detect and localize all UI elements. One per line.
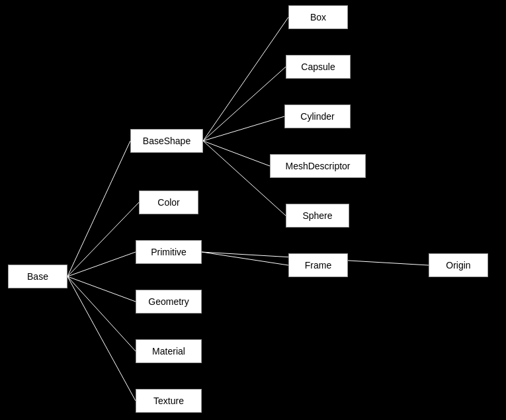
svg-line-5 xyxy=(67,276,136,401)
svg-line-3 xyxy=(67,276,136,302)
node-label-sphere: Sphere xyxy=(302,210,332,221)
svg-line-1 xyxy=(67,202,139,276)
svg-line-8 xyxy=(203,116,284,141)
node-texture[interactable]: Texture xyxy=(136,389,202,413)
node-label-baseShape: BaseShape xyxy=(143,136,190,146)
node-color[interactable]: Color xyxy=(139,190,198,214)
node-label-color: Color xyxy=(157,197,179,208)
svg-line-0 xyxy=(67,141,130,276)
node-label-geometry: Geometry xyxy=(148,296,189,307)
node-primitive[interactable]: Primitive xyxy=(136,240,202,264)
svg-line-7 xyxy=(203,67,286,141)
node-label-base: Base xyxy=(27,271,48,282)
node-cylinder[interactable]: Cylinder xyxy=(284,105,351,128)
svg-line-9 xyxy=(203,141,270,166)
node-material[interactable]: Material xyxy=(136,339,202,363)
node-label-capsule: Capsule xyxy=(301,62,335,72)
svg-line-2 xyxy=(67,252,136,276)
node-frame[interactable]: Frame xyxy=(288,253,348,277)
node-label-box: Box xyxy=(310,12,326,22)
node-label-cylinder: Cylinder xyxy=(300,111,334,122)
svg-line-10 xyxy=(203,141,286,216)
node-geometry[interactable]: Geometry xyxy=(136,290,202,314)
node-label-texture: Texture xyxy=(153,396,184,406)
node-origin[interactable]: Origin xyxy=(429,253,488,277)
node-baseShape[interactable]: BaseShape xyxy=(130,129,203,153)
svg-line-11 xyxy=(202,252,288,265)
node-box[interactable]: Box xyxy=(288,5,348,29)
node-label-material: Material xyxy=(152,346,185,357)
svg-line-4 xyxy=(67,276,136,351)
node-label-origin: Origin xyxy=(446,260,470,271)
node-sphere[interactable]: Sphere xyxy=(286,204,349,228)
node-meshDescriptor[interactable]: MeshDescriptor xyxy=(270,154,366,178)
node-capsule[interactable]: Capsule xyxy=(286,55,351,79)
node-label-frame: Frame xyxy=(305,260,331,271)
node-label-primitive: Primitive xyxy=(151,247,187,257)
node-label-meshDescriptor: MeshDescriptor xyxy=(285,161,350,171)
node-base[interactable]: Base xyxy=(8,265,67,288)
svg-line-6 xyxy=(203,17,288,141)
connection-lines xyxy=(0,0,506,420)
